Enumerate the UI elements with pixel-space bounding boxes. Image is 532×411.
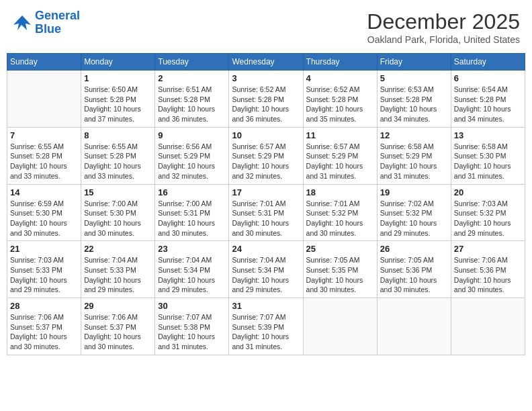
day-number: 9 xyxy=(158,130,226,140)
day-info: Sunrise: 7:01 AMSunset: 5:31 PMDaylight:… xyxy=(232,199,300,238)
calendar-table: SundayMondayTuesdayWednesdayThursdayFrid… xyxy=(7,53,525,355)
day-number: 28 xyxy=(10,301,78,311)
day-info: Sunrise: 6:57 AMSunset: 5:29 PMDaylight:… xyxy=(232,142,300,181)
calendar-cell: 11Sunrise: 6:57 AMSunset: 5:29 PMDayligh… xyxy=(303,127,377,184)
day-info: Sunrise: 7:07 AMSunset: 5:38 PMDaylight:… xyxy=(158,312,226,352)
day-info: Sunrise: 7:07 AMSunset: 5:39 PMDaylight:… xyxy=(232,312,300,352)
calendar-cell: 16Sunrise: 7:00 AMSunset: 5:31 PMDayligh… xyxy=(155,184,229,241)
day-number: 1 xyxy=(84,73,152,83)
calendar-cell: 13Sunrise: 6:58 AMSunset: 5:30 PMDayligh… xyxy=(451,127,525,184)
day-number: 6 xyxy=(454,73,522,83)
calendar-cell: 28Sunrise: 7:06 AMSunset: 5:37 PMDayligh… xyxy=(7,298,81,355)
calendar-cell: 31Sunrise: 7:07 AMSunset: 5:39 PMDayligh… xyxy=(229,298,303,355)
day-number: 13 xyxy=(454,130,522,140)
day-info: Sunrise: 7:06 AMSunset: 5:36 PMDaylight:… xyxy=(454,255,522,295)
day-info: Sunrise: 7:02 AMSunset: 5:32 PMDaylight:… xyxy=(380,199,448,238)
calendar-cell: 20Sunrise: 7:03 AMSunset: 5:32 PMDayligh… xyxy=(451,184,525,241)
day-info: Sunrise: 6:57 AMSunset: 5:29 PMDaylight:… xyxy=(306,142,374,181)
day-number: 26 xyxy=(380,244,448,254)
weekday-header-saturday: Saturday xyxy=(451,54,525,71)
calendar-cell: 18Sunrise: 7:01 AMSunset: 5:32 PMDayligh… xyxy=(303,184,377,241)
calendar-cell: 1Sunrise: 6:50 AMSunset: 5:28 PMDaylight… xyxy=(81,71,155,128)
logo-text: General Blue xyxy=(35,9,80,36)
weekday-header-wednesday: Wednesday xyxy=(229,54,303,71)
day-number: 22 xyxy=(84,244,152,254)
calendar-cell: 19Sunrise: 7:02 AMSunset: 5:32 PMDayligh… xyxy=(377,184,451,241)
weekday-header-thursday: Thursday xyxy=(303,54,377,71)
day-info: Sunrise: 6:50 AMSunset: 5:28 PMDaylight:… xyxy=(84,85,152,124)
day-info: Sunrise: 7:01 AMSunset: 5:32 PMDaylight:… xyxy=(306,199,374,238)
day-number: 25 xyxy=(306,244,374,254)
svg-marker-0 xyxy=(13,15,31,30)
location-title: Oakland Park, Florida, United States xyxy=(367,34,520,45)
day-number: 11 xyxy=(306,130,374,140)
calendar-cell: 25Sunrise: 7:05 AMSunset: 5:35 PMDayligh… xyxy=(303,241,377,298)
day-number: 15 xyxy=(84,187,152,197)
day-info: Sunrise: 6:55 AMSunset: 5:28 PMDaylight:… xyxy=(10,142,78,181)
page-header: General Blue December 2025 Oakland Park,… xyxy=(7,7,525,48)
calendar-header-row: SundayMondayTuesdayWednesdayThursdayFrid… xyxy=(7,54,525,71)
calendar-cell: 30Sunrise: 7:07 AMSunset: 5:38 PMDayligh… xyxy=(155,298,229,355)
weekday-header-tuesday: Tuesday xyxy=(155,54,229,71)
day-number: 19 xyxy=(380,187,448,197)
day-info: Sunrise: 7:06 AMSunset: 5:37 PMDaylight:… xyxy=(84,312,152,352)
calendar-cell xyxy=(451,298,525,355)
day-info: Sunrise: 6:55 AMSunset: 5:28 PMDaylight:… xyxy=(84,142,152,181)
calendar-week-4: 21Sunrise: 7:03 AMSunset: 5:33 PMDayligh… xyxy=(7,241,525,298)
day-info: Sunrise: 7:00 AMSunset: 5:31 PMDaylight:… xyxy=(158,199,226,238)
calendar-cell xyxy=(303,298,377,355)
calendar-cell: 23Sunrise: 7:04 AMSunset: 5:34 PMDayligh… xyxy=(155,241,229,298)
day-number: 17 xyxy=(232,187,300,197)
day-info: Sunrise: 7:05 AMSunset: 5:36 PMDaylight:… xyxy=(380,255,448,295)
day-info: Sunrise: 6:52 AMSunset: 5:28 PMDaylight:… xyxy=(232,85,300,124)
day-info: Sunrise: 6:58 AMSunset: 5:29 PMDaylight:… xyxy=(380,142,448,181)
calendar-cell: 8Sunrise: 6:55 AMSunset: 5:28 PMDaylight… xyxy=(81,127,155,184)
day-info: Sunrise: 7:04 AMSunset: 5:34 PMDaylight:… xyxy=(158,255,226,295)
weekday-header-monday: Monday xyxy=(81,54,155,71)
day-info: Sunrise: 6:59 AMSunset: 5:30 PMDaylight:… xyxy=(10,199,78,238)
day-info: Sunrise: 6:58 AMSunset: 5:30 PMDaylight:… xyxy=(454,142,522,181)
calendar-cell xyxy=(7,71,81,128)
day-number: 16 xyxy=(158,187,226,197)
day-info: Sunrise: 7:04 AMSunset: 5:34 PMDaylight:… xyxy=(232,255,300,295)
day-number: 29 xyxy=(84,301,152,311)
day-number: 18 xyxy=(306,187,374,197)
day-info: Sunrise: 6:54 AMSunset: 5:28 PMDaylight:… xyxy=(454,85,522,124)
calendar-cell: 21Sunrise: 7:03 AMSunset: 5:33 PMDayligh… xyxy=(7,241,81,298)
day-number: 21 xyxy=(10,244,78,254)
day-number: 24 xyxy=(232,244,300,254)
day-info: Sunrise: 6:51 AMSunset: 5:28 PMDaylight:… xyxy=(158,85,226,124)
day-number: 12 xyxy=(380,130,448,140)
calendar-cell: 3Sunrise: 6:52 AMSunset: 5:28 PMDaylight… xyxy=(229,71,303,128)
calendar-cell: 27Sunrise: 7:06 AMSunset: 5:36 PMDayligh… xyxy=(451,241,525,298)
calendar-cell: 26Sunrise: 7:05 AMSunset: 5:36 PMDayligh… xyxy=(377,241,451,298)
day-number: 7 xyxy=(10,130,78,140)
day-number: 8 xyxy=(84,130,152,140)
weekday-header-sunday: Sunday xyxy=(7,54,81,71)
day-number: 20 xyxy=(454,187,522,197)
day-number: 5 xyxy=(380,73,448,83)
calendar-cell: 12Sunrise: 6:58 AMSunset: 5:29 PMDayligh… xyxy=(377,127,451,184)
day-number: 14 xyxy=(10,187,78,197)
day-number: 4 xyxy=(306,73,374,83)
day-info: Sunrise: 7:00 AMSunset: 5:30 PMDaylight:… xyxy=(84,199,152,238)
day-info: Sunrise: 7:03 AMSunset: 5:32 PMDaylight:… xyxy=(454,199,522,238)
day-info: Sunrise: 7:06 AMSunset: 5:37 PMDaylight:… xyxy=(10,312,78,352)
calendar-cell: 9Sunrise: 6:56 AMSunset: 5:29 PMDaylight… xyxy=(155,127,229,184)
calendar-cell: 22Sunrise: 7:04 AMSunset: 5:33 PMDayligh… xyxy=(81,241,155,298)
day-number: 2 xyxy=(158,73,226,83)
logo-icon xyxy=(12,13,32,33)
calendar-cell: 6Sunrise: 6:54 AMSunset: 5:28 PMDaylight… xyxy=(451,71,525,128)
calendar-cell: 29Sunrise: 7:06 AMSunset: 5:37 PMDayligh… xyxy=(81,298,155,355)
day-number: 10 xyxy=(232,130,300,140)
calendar-week-1: 1Sunrise: 6:50 AMSunset: 5:28 PMDaylight… xyxy=(7,71,525,128)
calendar-cell: 5Sunrise: 6:53 AMSunset: 5:28 PMDaylight… xyxy=(377,71,451,128)
day-info: Sunrise: 6:53 AMSunset: 5:28 PMDaylight:… xyxy=(380,85,448,124)
calendar-cell: 14Sunrise: 6:59 AMSunset: 5:30 PMDayligh… xyxy=(7,184,81,241)
title-block: December 2025 Oakland Park, Florida, Uni… xyxy=(367,9,520,45)
calendar-cell: 15Sunrise: 7:00 AMSunset: 5:30 PMDayligh… xyxy=(81,184,155,241)
day-number: 23 xyxy=(158,244,226,254)
day-info: Sunrise: 6:56 AMSunset: 5:29 PMDaylight:… xyxy=(158,142,226,181)
day-info: Sunrise: 7:04 AMSunset: 5:33 PMDaylight:… xyxy=(84,255,152,295)
day-number: 27 xyxy=(454,244,522,254)
